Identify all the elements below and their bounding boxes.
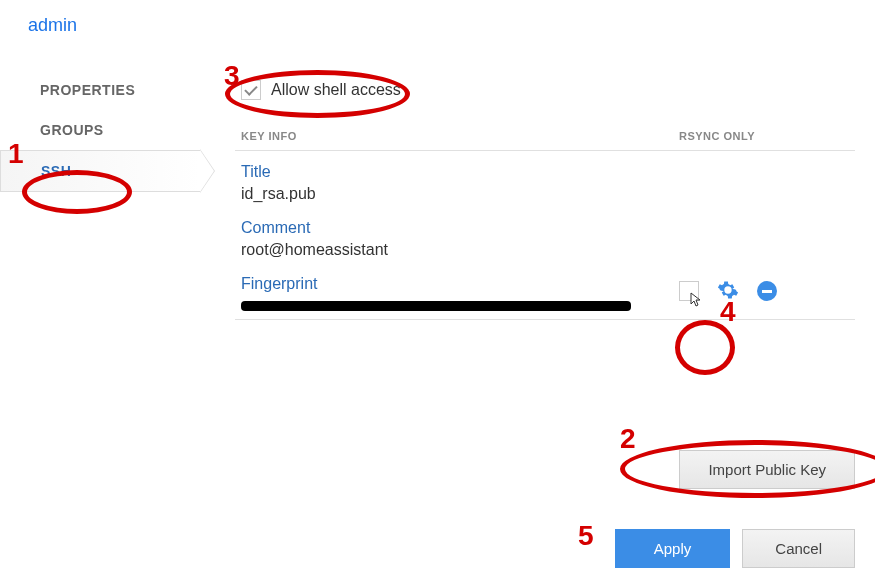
allow-shell-label: Allow shell access: [271, 81, 401, 99]
allow-shell-row: Allow shell access: [241, 80, 855, 100]
key-title-value: id_rsa.pub: [241, 185, 679, 203]
cancel-button[interactable]: Cancel: [742, 529, 855, 568]
annotation-5-label: 5: [578, 520, 594, 552]
key-fingerprint-value: [241, 301, 631, 311]
column-header-keyinfo: KEY INFO: [241, 130, 679, 142]
key-details: Title id_rsa.pub Comment root@homeassist…: [241, 163, 679, 311]
check-icon: [244, 82, 257, 95]
button-area: Import Public Key Apply Cancel: [615, 450, 855, 568]
gear-icon[interactable]: [717, 279, 739, 301]
key-comment-label: Comment: [241, 219, 679, 237]
key-row: Title id_rsa.pub Comment root@homeassist…: [235, 151, 855, 320]
allow-shell-checkbox[interactable]: [241, 80, 261, 100]
remove-icon[interactable]: [757, 281, 777, 301]
column-header-rsync: RSYNC ONLY: [679, 130, 849, 142]
key-fingerprint-label: Fingerprint: [241, 275, 679, 293]
sidebar-item-ssh[interactable]: SSH: [0, 150, 200, 192]
sidebar-item-properties[interactable]: PROPERTIES: [0, 70, 200, 110]
rsync-only-checkbox[interactable]: [679, 281, 699, 301]
table-header: KEY INFO RSYNC ONLY: [235, 130, 855, 151]
main-panel: Allow shell access KEY INFO RSYNC ONLY T…: [235, 80, 855, 320]
breadcrumb[interactable]: admin: [0, 0, 875, 36]
key-comment-value: root@homeassistant: [241, 241, 679, 259]
sidebar-item-groups[interactable]: GROUPS: [0, 110, 200, 150]
sidebar: PROPERTIES GROUPS SSH: [0, 70, 200, 192]
cursor-icon: [686, 292, 702, 315]
import-public-key-button[interactable]: Import Public Key: [679, 450, 855, 489]
key-title-label: Title: [241, 163, 679, 181]
key-actions: [679, 163, 849, 311]
annotation-4-circle: [675, 320, 735, 375]
apply-button[interactable]: Apply: [615, 529, 731, 568]
